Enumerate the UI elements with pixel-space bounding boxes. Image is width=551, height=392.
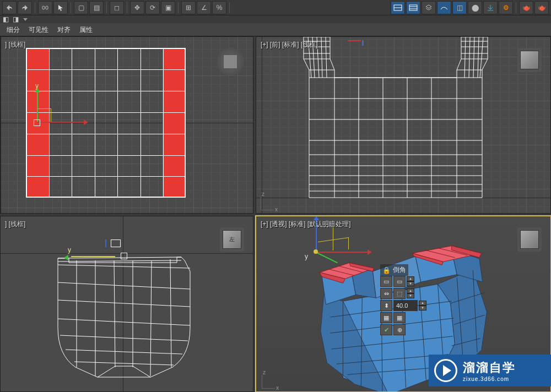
vp-left-label[interactable]: ] [线框]: [5, 220, 25, 229]
front-view-object: [304, 37, 488, 198]
top-view-object: [26, 48, 186, 198]
caddy-mode1b-icon[interactable]: ▭: [393, 276, 406, 287]
tb-sel-all-icon[interactable]: ▢: [74, 1, 88, 14]
tb-percent-icon[interactable]: %: [212, 1, 226, 14]
svg-line-56: [150, 260, 152, 376]
main-toolbar: ▢ ▤ ◻ ✥ ⟳ ▣ ⊞ ∠ % ◫ ⬤ ⚙ 🫖 🫖: [0, 0, 551, 15]
svg-line-47: [58, 300, 190, 307]
tb-curve-icon[interactable]: [437, 1, 451, 14]
svg-line-33: [469, 37, 470, 78]
logo-title: 溜溜自学: [463, 360, 516, 376]
menu-properties[interactable]: 属性: [75, 24, 97, 36]
svg-line-30: [321, 37, 322, 78]
tb-layers-icon[interactable]: [422, 1, 436, 14]
caddy-opt1-icon[interactable]: ▦: [380, 312, 392, 323]
tb-teapot-icon[interactable]: 🫖: [519, 1, 533, 14]
vp-top-label[interactable]: ] [线框]: [5, 40, 25, 50]
sec-btn2-icon[interactable]: ◨: [12, 16, 19, 23]
caddy-slider-icon[interactable]: ⇔: [380, 288, 392, 299]
tb-undo-icon[interactable]: [2, 1, 17, 14]
tb-render-setup-icon[interactable]: ⚙: [499, 1, 513, 14]
svg-line-32: [464, 37, 466, 78]
tb-move-icon[interactable]: ✥: [130, 1, 144, 14]
caddy-title: 🔒 倒角: [380, 264, 408, 276]
menu-align[interactable]: 对齐: [53, 24, 75, 36]
tb-render-down-icon[interactable]: [483, 1, 498, 14]
svg-rect-4: [409, 5, 417, 10]
viewcube-persp[interactable]: [517, 227, 542, 252]
tb-mode1-icon[interactable]: [391, 1, 405, 14]
selected-faces-right: [163, 49, 185, 197]
svg-line-36: [480, 37, 483, 78]
tb-cursor-icon[interactable]: [53, 1, 68, 14]
play-icon: [434, 359, 457, 382]
svg-line-35: [478, 37, 479, 78]
caddy-mode1-icon[interactable]: ▭: [380, 276, 392, 287]
gizmo-y-label: y: [35, 82, 39, 90]
viewcube-top[interactable]: [217, 48, 244, 75]
tb-render-icon[interactable]: 🫖: [534, 1, 549, 14]
tb-sel-name-icon[interactable]: ▤: [89, 1, 104, 14]
caddy-spinner1[interactable]: ▲▼: [407, 276, 414, 286]
left-view-object: [53, 245, 195, 372]
secondary-toolbar: ◧ ◨: [0, 15, 551, 23]
caddy-spinner3[interactable]: ▲▼: [419, 301, 426, 311]
tb-angle-icon[interactable]: ∠: [197, 1, 211, 14]
viewport-top[interactable]: ] [线框] y: [0, 36, 253, 214]
caddy-apply-icon[interactable]: ⊕: [393, 324, 406, 335]
caddy-opt2-icon[interactable]: ▦: [393, 312, 406, 323]
tb-rect-icon[interactable]: ◻: [110, 1, 124, 14]
vp-persp-label[interactable]: [+] [透视] [标准] [默认明暗处理]: [261, 220, 351, 229]
caddy-ok-icon[interactable]: ✔: [380, 324, 392, 335]
svg-rect-1: [46, 6, 48, 9]
watermark-logo: 溜溜自学 zixue.3d66.com: [429, 355, 551, 386]
tb-schematic-icon[interactable]: ◫: [452, 1, 467, 14]
caddy-amount-input[interactable]: 40.0: [393, 300, 418, 311]
tb-scale-icon[interactable]: ▣: [161, 1, 175, 14]
tb-rotate-icon[interactable]: ⟳: [145, 1, 160, 14]
tb-material-icon[interactable]: ⬤: [468, 1, 482, 14]
viewport-front[interactable]: [+] [前] [标准] [线框]: [256, 36, 551, 214]
svg-line-51: [74, 362, 174, 365]
tb-mode2-icon[interactable]: [406, 1, 420, 14]
svg-rect-0: [42, 6, 45, 9]
logo-url: zixue.3d66.com: [463, 376, 516, 382]
dropdown-icon[interactable]: [22, 16, 29, 23]
menu-subdivide[interactable]: 细分: [2, 24, 24, 36]
svg-line-48: [58, 319, 190, 325]
caddy-slider-icon2[interactable]: ⬚: [393, 288, 406, 299]
chamfer-caddy: 🔒 倒角 ▭ ▭ ▲▼ ⇔ ⬚ ▲▼ ⬍ 40.0 ▲▼ ▦ ▦ ✔ ⊕: [380, 264, 446, 336]
sec-btn1-icon[interactable]: ◧: [2, 16, 9, 23]
tb-snap-icon[interactable]: ⊞: [181, 1, 196, 14]
viewcube-left[interactable]: 左: [220, 227, 244, 252]
svg-line-34: [473, 37, 474, 78]
viewcube-front[interactable]: [517, 48, 542, 72]
tb-redo-icon[interactable]: [18, 1, 32, 14]
svg-line-50: [66, 350, 182, 354]
svg-line-31: [326, 37, 327, 78]
viewport-left[interactable]: ] [线框] 左: [0, 216, 253, 392]
caddy-amount-icon[interactable]: ⬍: [380, 300, 392, 311]
svg-line-43: [58, 257, 181, 258]
vp-front-label[interactable]: [+] [前] [标准] [线框]: [261, 40, 318, 50]
svg-line-57: [170, 259, 171, 367]
menu-visibility[interactable]: 可见性: [24, 24, 53, 36]
viewport-container: ] [线框] y: [0, 36, 551, 392]
svg-line-49: [60, 335, 188, 341]
caddy-spinner2[interactable]: ▲▼: [407, 288, 414, 298]
lock-icon: 🔒: [382, 266, 391, 274]
tb-link-icon[interactable]: [38, 1, 52, 14]
menubar: 细分 可见性 对齐 属性: [0, 23, 551, 36]
